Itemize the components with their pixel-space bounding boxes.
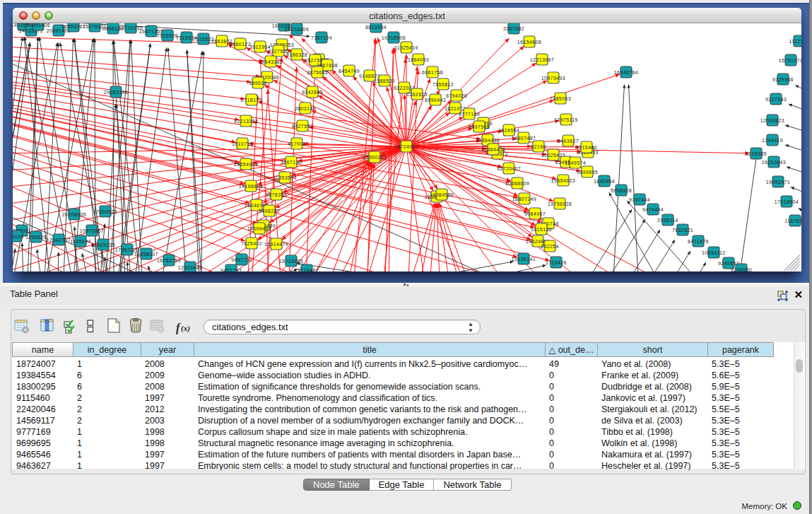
- svg-text:16210643: 16210643: [762, 160, 786, 165]
- svg-text:62160: 62160: [531, 144, 546, 149]
- svg-text:9777169: 9777169: [459, 112, 480, 117]
- svg-text:19654923: 19654923: [234, 162, 258, 167]
- svg-text:12942737: 12942737: [47, 238, 71, 243]
- svg-text:417006: 417006: [288, 141, 306, 146]
- svg-text:1733426: 1733426: [546, 260, 567, 265]
- svg-text:18807249: 18807249: [512, 197, 536, 201]
- svg-text:12923445: 12923445: [178, 265, 202, 270]
- svg-text:15716485: 15716485: [279, 259, 303, 264]
- svg-text:16782759: 16782759: [157, 258, 181, 263]
- svg-text:9146821: 9146821: [359, 74, 380, 78]
- svg-text:10975867: 10975867: [80, 228, 104, 233]
- svg-text:18724007: 18724007: [394, 144, 418, 149]
- svg-text:15136141: 15136141: [512, 257, 536, 262]
- svg-text:2935114: 2935114: [657, 218, 678, 223]
- svg-text:989616: 989616: [249, 81, 267, 86]
- svg-text:19692971: 19692971: [766, 180, 790, 185]
- svg-text:3267130: 3267130: [281, 160, 302, 165]
- svg-text:9474444: 9474444: [642, 207, 664, 212]
- svg-text:16914479: 16914479: [264, 242, 288, 247]
- svg-text:9463627: 9463627: [558, 139, 579, 144]
- svg-text:20691406: 20691406: [47, 28, 71, 33]
- svg-text:9242845: 9242845: [302, 90, 323, 95]
- svg-text:6961758: 6961758: [422, 70, 443, 75]
- svg-text:29053346: 29053346: [104, 90, 128, 95]
- svg-text:10958107: 10958107: [134, 252, 158, 257]
- svg-text:5498222: 5498222: [259, 209, 280, 214]
- svg-text:16648784: 16648784: [614, 70, 638, 75]
- svg-text:10688609: 10688609: [505, 181, 529, 186]
- svg-text:1864093: 1864093: [408, 57, 429, 62]
- svg-text:15716482: 15716482: [295, 268, 319, 272]
- svg-text:5958928: 5958928: [611, 188, 632, 193]
- svg-text:2803144: 2803144: [295, 106, 316, 111]
- svg-text:6497568: 6497568: [469, 124, 490, 129]
- svg-text:3624554: 3624554: [498, 128, 519, 133]
- svg-text:15751074: 15751074: [779, 58, 801, 63]
- svg-text:10807487: 10807487: [512, 136, 536, 141]
- svg-text:2718176: 2718176: [241, 98, 262, 103]
- svg-text:(x): (x): [181, 324, 190, 333]
- svg-text:10543362: 10543362: [259, 59, 283, 64]
- svg-text:1588520: 1588520: [374, 78, 395, 83]
- svg-text:20364438: 20364438: [481, 147, 505, 152]
- svg-text:9245650: 9245650: [731, 267, 752, 272]
- svg-text:20364436: 20364436: [476, 138, 500, 143]
- svg-text:8471676: 8471676: [688, 239, 709, 244]
- svg-text:8186328: 8186328: [286, 52, 307, 57]
- svg-text:20206535: 20206535: [62, 212, 86, 217]
- svg-text:6794028: 6794028: [446, 93, 467, 98]
- svg-text:8660123: 8660123: [230, 42, 251, 47]
- svg-text:10654112: 10654112: [702, 250, 726, 255]
- svg-text:8878352: 8878352: [266, 192, 287, 197]
- svg-text:1362615: 1362615: [406, 92, 428, 97]
- svg-text:19756928: 19756928: [548, 201, 572, 206]
- svg-text:1167533: 1167533: [784, 218, 801, 223]
- svg-text:9227343: 9227343: [765, 97, 787, 102]
- svg-text:1244419: 1244419: [762, 138, 783, 143]
- svg-text:2087682: 2087682: [503, 26, 524, 31]
- svg-text:9457791: 9457791: [231, 257, 252, 262]
- svg-text:19166825: 19166825: [239, 184, 263, 189]
- svg-text:9699695: 9699695: [577, 170, 598, 175]
- svg-text:9457793: 9457793: [220, 268, 242, 272]
- svg-text:12975115: 12975115: [554, 117, 578, 122]
- svg-text:1615132: 1615132: [531, 227, 552, 232]
- svg-text:f: f: [176, 322, 181, 334]
- svg-text:12213967: 12213967: [530, 57, 554, 62]
- svg-text:14099487: 14099487: [247, 226, 271, 231]
- svg-text:7625402: 7625402: [241, 241, 262, 246]
- svg-text:7357224: 7357224: [311, 35, 332, 40]
- svg-text:7632621: 7632621: [672, 228, 693, 233]
- svg-text:8990443: 8990443: [425, 98, 446, 103]
- svg-text:19384556: 19384556: [430, 192, 454, 197]
- svg-text:7485063: 7485063: [550, 96, 571, 101]
- svg-text:7515526: 7515526: [157, 33, 178, 38]
- svg-text:20691406: 20691406: [26, 23, 50, 28]
- svg-text:9329966: 9329966: [772, 77, 794, 82]
- svg-text:8454749: 8454749: [339, 69, 360, 74]
- svg-text:1145194: 1145194: [70, 239, 91, 244]
- svg-text:11325419: 11325419: [394, 45, 418, 50]
- svg-text:12505135: 12505135: [91, 243, 115, 247]
- svg-text:1010755: 1010755: [232, 141, 253, 146]
- svg-text:9084067: 9084067: [524, 211, 546, 216]
- svg-text:1549574: 1549574: [565, 160, 586, 165]
- svg-text:19218506: 19218506: [382, 35, 406, 40]
- svg-text:8215985: 8215985: [746, 151, 767, 156]
- svg-text:16154808: 16154808: [517, 40, 541, 45]
- svg-text:1640954: 1640954: [594, 179, 615, 184]
- svg-text:25300203: 25300203: [363, 155, 387, 160]
- svg-text:3875685: 3875685: [307, 70, 328, 75]
- svg-text:11353594: 11353594: [273, 175, 297, 180]
- svg-text:15720407: 15720407: [497, 166, 521, 171]
- svg-text:9197444: 9197444: [629, 197, 650, 202]
- svg-text:1112733: 1112733: [789, 39, 801, 44]
- svg-text:1156829: 1156829: [25, 235, 47, 240]
- svg-text:17016504: 17016504: [775, 199, 799, 204]
- svg-text:1621072: 1621072: [445, 106, 466, 111]
- svg-text:252254: 252254: [541, 244, 559, 249]
- svg-text:8813054: 8813054: [365, 25, 387, 30]
- svg-text:8427552: 8427552: [292, 124, 313, 129]
- svg-text:17359926: 17359926: [93, 209, 117, 214]
